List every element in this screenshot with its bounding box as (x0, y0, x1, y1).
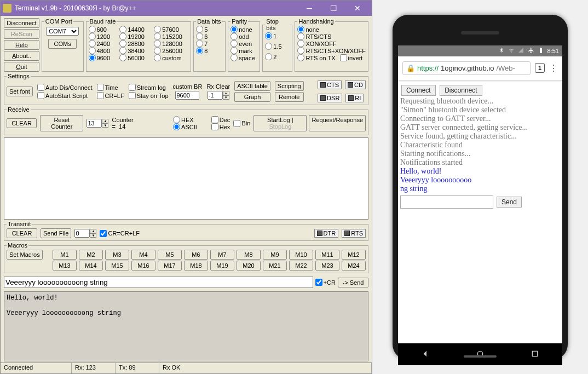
disconnect-button[interactable]: Disconnect (4, 18, 39, 28)
macro-M17[interactable]: M17 (158, 261, 182, 271)
asciitable-button[interactable]: ASCII table (234, 81, 270, 91)
tx-spinner[interactable]: ▲▼ (74, 229, 96, 238)
baud-2400[interactable]: 2400 (89, 40, 117, 47)
invert-check[interactable]: invert (340, 54, 363, 61)
baud-128000[interactable]: 128000 (154, 40, 188, 47)
baud-custom[interactable]: custom (154, 54, 188, 61)
macro-M15[interactable]: M15 (105, 261, 129, 271)
startlog-button[interactable]: StartLog | StopLog (253, 115, 307, 131)
url-field[interactable]: 🔒 https://1oginov.github.io/Web- (402, 61, 531, 75)
baud-4800[interactable]: 4800 (89, 47, 117, 54)
com-port-select[interactable]: COM7 (46, 27, 79, 36)
macro-M23[interactable]: M23 (315, 261, 339, 271)
databits-7[interactable]: 7 (196, 40, 223, 47)
home-icon[interactable] (476, 349, 485, 359)
baud-19200[interactable]: 19200 (119, 33, 151, 40)
send-button[interactable]: -> Send (338, 278, 368, 287)
handshake-RTS/CTS+XON/XOFF[interactable]: RTS/CTS+XON/XOFF (297, 47, 366, 54)
web-send-input[interactable] (400, 195, 493, 209)
baud-38400[interactable]: 38400 (119, 47, 151, 54)
macro-M20[interactable]: M20 (237, 261, 261, 271)
rx-hex-radio[interactable]: HEX (173, 116, 197, 123)
minimize-button[interactable]: ─ (297, 3, 321, 14)
crcrlf-check[interactable]: CR=CR+LF (100, 230, 139, 237)
reqresp-button[interactable]: Request/Response (309, 115, 366, 131)
macro-M19[interactable]: M19 (210, 261, 234, 271)
macro-M16[interactable]: M16 (131, 261, 155, 271)
macro-M7[interactable]: M7 (210, 250, 234, 260)
handshake-none[interactable]: none (297, 26, 366, 33)
rts-led[interactable]: RTS (342, 229, 366, 238)
macro-M5[interactable]: M5 (158, 250, 182, 260)
databits-8[interactable]: 8 (196, 47, 223, 54)
baud-56000[interactable]: 56000 (119, 54, 151, 61)
macro-M3[interactable]: M3 (105, 250, 129, 260)
macro-M13[interactable]: M13 (53, 261, 77, 271)
remote-button[interactable]: Remote (275, 92, 304, 102)
baud-57600[interactable]: 57600 (154, 26, 188, 33)
macro-M2[interactable]: M2 (79, 250, 103, 260)
dtr-led[interactable]: DTR (314, 229, 339, 238)
macro-M24[interactable]: M24 (342, 261, 366, 271)
macro-M8[interactable]: M8 (237, 250, 261, 260)
parity-space[interactable]: space (230, 54, 257, 61)
close-button[interactable]: ✕ (345, 3, 370, 14)
stopbits-2[interactable]: 2 (265, 53, 290, 60)
tx-clear-button[interactable]: CLEAR (7, 228, 37, 238)
tab-counter[interactable]: 1 (535, 63, 545, 73)
stayontop-check[interactable]: Stay on Top (129, 92, 169, 99)
help-button[interactable]: Help (4, 40, 39, 50)
menu-icon[interactable]: ⋮ (549, 63, 558, 73)
time-check[interactable]: Time (97, 84, 124, 91)
rxclear-spinner[interactable]: ▲▼ (207, 91, 229, 100)
sendfile-button[interactable]: Send File (41, 228, 71, 238)
handshake-RTS on TX[interactable]: RTS on TXinvert (297, 54, 366, 61)
crlf-check[interactable]: CR=LF (97, 92, 124, 99)
reset-counter-button[interactable]: Reset Counter (40, 115, 83, 131)
macro-M11[interactable]: M11 (315, 250, 339, 260)
send-input[interactable] (4, 277, 313, 288)
stopbits-1[interactable]: 1 (265, 32, 290, 39)
scripting-button[interactable]: Scripting (275, 81, 304, 91)
macro-M6[interactable]: M6 (184, 250, 208, 260)
macro-M9[interactable]: M9 (263, 250, 287, 260)
macro-M1[interactable]: M1 (53, 250, 77, 260)
macro-M22[interactable]: M22 (289, 261, 313, 271)
reset-spinner[interactable]: ▲▼ (87, 119, 108, 128)
autostart-check[interactable]: AutoStart Script (37, 92, 93, 99)
web-disconnect-button[interactable]: Disconnect (440, 85, 482, 96)
rx-clear-button[interactable]: CLEAR (7, 118, 37, 128)
rx-hex-check[interactable]: Hex (211, 123, 230, 130)
baud-256000[interactable]: 256000 (154, 47, 188, 54)
baud-9600[interactable]: 9600 (89, 54, 117, 61)
rx-dec-check[interactable]: Dec (211, 116, 230, 123)
rescan-button[interactable]: ReScan (4, 29, 39, 39)
plus-cr-check[interactable]: +CR (315, 279, 336, 286)
parity-none[interactable]: none (230, 26, 257, 33)
setfont-button[interactable]: Set font (7, 87, 33, 96)
output-textarea[interactable]: Hello, world! Veeeryyy loooooooooong str… (4, 291, 368, 361)
parity-mark[interactable]: mark (230, 47, 257, 54)
parity-odd[interactable]: odd (230, 33, 257, 40)
streamlog-check[interactable]: Stream log (129, 84, 169, 91)
parity-even[interactable]: even (230, 40, 257, 47)
handshake-RTS/CTS[interactable]: RTS/CTS (297, 33, 366, 40)
recent-icon[interactable] (531, 349, 539, 359)
graph-button[interactable]: Graph (234, 92, 270, 102)
autodis-check[interactable]: Auto Dis/Connect (37, 84, 93, 91)
databits-6[interactable]: 6 (196, 33, 223, 40)
baud-28800[interactable]: 28800 (119, 40, 151, 47)
handshake-XON/XOFF[interactable]: XON/XOFF (297, 40, 366, 47)
about-button[interactable]: About.. (4, 51, 39, 61)
macro-M4[interactable]: M4 (131, 250, 155, 260)
back-icon[interactable] (421, 349, 430, 359)
rx-bin-check[interactable]: Bin (233, 120, 250, 127)
setmacros-button[interactable]: Set Macros (7, 250, 43, 260)
macro-M18[interactable]: M18 (184, 261, 208, 271)
baud-1200[interactable]: 1200 (89, 33, 117, 40)
macro-M10[interactable]: M10 (289, 250, 313, 260)
stopbits-1.5[interactable]: 1.5 (265, 43, 290, 50)
web-send-button[interactable]: Send (497, 197, 522, 208)
rx-ascii-radio[interactable]: ASCII (173, 123, 197, 130)
receive-textarea[interactable] (4, 137, 368, 220)
